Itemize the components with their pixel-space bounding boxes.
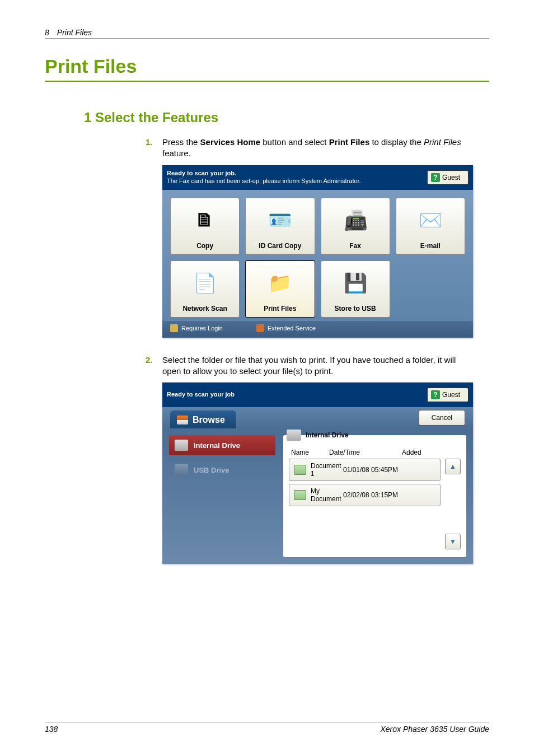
drive-usb[interactable]: USB Drive — [169, 460, 275, 480]
tile-idcard[interactable]: 🪪 ID Card Copy — [245, 198, 315, 255]
fax-icon: 📠 — [344, 198, 367, 242]
extended-icon — [256, 324, 264, 332]
tab-browse[interactable]: Browse — [170, 410, 236, 428]
legend-extended: Extended Service — [256, 324, 316, 332]
usb-icon — [175, 464, 188, 475]
print-files-icon: 📁 — [268, 261, 292, 305]
shot-header: Ready to scan your job. The Fax card has… — [162, 165, 473, 190]
email-icon: ✉️ — [419, 198, 442, 242]
tile-copy[interactable]: 🗎 Copy — [170, 198, 240, 255]
network-scan-icon: 📄 — [193, 261, 217, 305]
tab-row: Browse Cancel — [162, 407, 473, 428]
status-message: Ready to scan your job — [167, 391, 427, 398]
file-panel: Internal Drive Name Date/Time Added Docu… — [283, 435, 466, 557]
help-icon: ? — [431, 390, 440, 399]
drive-icon — [287, 430, 301, 441]
screenshot-services-home: Ready to scan your job. The Fax card has… — [162, 165, 473, 338]
footer-doc: Xerox Phaser 3635 User Guide — [380, 725, 489, 734]
step-num: 2. — [146, 354, 162, 377]
col-added: Added — [402, 449, 438, 456]
running-header: 8 Print Files — [45, 28, 489, 39]
header-section: Print Files — [57, 28, 92, 37]
guest-button[interactable]: ? Guest — [427, 388, 469, 402]
file-row[interactable]: My Document 02/02/08 03:15PM — [289, 484, 441, 506]
header-page: 8 — [45, 28, 49, 37]
idcard-icon: 🪪 — [268, 198, 292, 242]
lock-icon — [170, 324, 178, 332]
page-footer: 138 Xerox Phaser 3635 User Guide — [45, 722, 489, 734]
page-title: Print Files — [45, 55, 489, 82]
section-heading: 1 Select the Features — [84, 110, 489, 125]
cancel-button[interactable]: Cancel — [419, 410, 465, 426]
col-datetime: Date/Time — [329, 449, 402, 456]
file-row[interactable]: Document 1 01/01/08 05:45PM — [289, 459, 441, 481]
browse-body: Internal Drive USB Drive Internal Drive … — [162, 428, 473, 564]
panel-drive-head: Internal Drive — [287, 430, 461, 441]
drive-list: Internal Drive USB Drive — [169, 435, 275, 557]
tile-print-files[interactable]: 📁 Print Files — [245, 260, 315, 318]
copy-icon: 🗎 — [195, 198, 214, 242]
footer-page: 138 — [45, 725, 58, 734]
file-icon — [294, 490, 306, 500]
drive-icon — [175, 440, 188, 451]
store-usb-icon: 💾 — [344, 261, 367, 305]
file-icon — [294, 465, 306, 475]
step-2: 2. Select the folder or file that you wi… — [146, 354, 467, 377]
drive-internal[interactable]: Internal Drive — [169, 435, 275, 455]
services-grid: 🗎 Copy 🪪 ID Card Copy 📠 Fax ✉️ E-mail 📄 … — [162, 190, 473, 321]
tile-fax[interactable]: 📠 Fax — [321, 198, 390, 255]
shot-header: Ready to scan your job ? Guest — [162, 382, 473, 407]
scroll-up-button[interactable]: ▲ — [445, 459, 461, 474]
screenshot-browse: Ready to scan your job ? Guest Browse Ca… — [162, 382, 473, 564]
browse-icon — [177, 416, 188, 424]
shot-footer: Requires Login Extended Service — [162, 321, 473, 338]
col-name: Name — [291, 449, 329, 456]
legend-login: Requires Login — [170, 324, 223, 332]
tile-store-usb[interactable]: 💾 Store to USB — [321, 260, 390, 318]
tile-email[interactable]: ✉️ E-mail — [396, 198, 465, 255]
tile-empty — [396, 260, 465, 318]
step-1: 1. Press the Services Home button and se… — [146, 137, 467, 160]
help-icon: ? — [431, 173, 440, 182]
step-body: Select the folder or file that you wish … — [162, 354, 467, 377]
step-body: Press the Services Home button and selec… — [162, 137, 467, 160]
guest-button[interactable]: ? Guest — [427, 170, 469, 185]
step-num: 1. — [146, 137, 162, 160]
scroll-down-button[interactable]: ▼ — [445, 534, 461, 549]
tile-network-scan[interactable]: 📄 Network Scan — [170, 260, 240, 318]
status-message: Ready to scan your job. The Fax card has… — [167, 170, 427, 184]
file-header: Name Date/Time Added — [289, 449, 441, 459]
scroll-bar: ▲ ▼ — [445, 459, 461, 549]
